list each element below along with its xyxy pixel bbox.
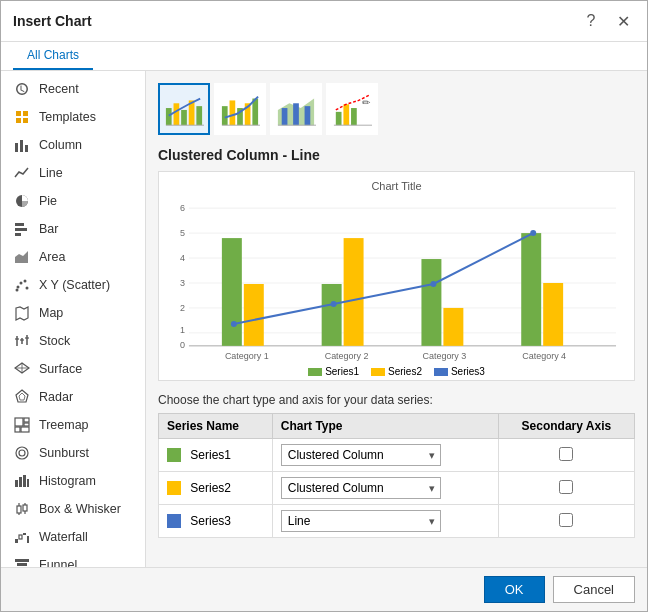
sidebar-label-radar: Radar xyxy=(39,390,73,404)
sidebar-label-pie: Pie xyxy=(39,194,57,208)
sidebar-item-recent[interactable]: Recent xyxy=(1,75,145,103)
waterfall-icon xyxy=(13,528,31,546)
svg-rect-69 xyxy=(293,103,299,125)
chart-type-btn-combo4[interactable]: ✏ xyxy=(326,83,378,135)
svg-rect-1 xyxy=(23,111,28,116)
histogram-icon xyxy=(13,472,31,490)
svg-point-33 xyxy=(19,450,25,456)
svg-point-99 xyxy=(231,321,237,327)
ok-button[interactable]: OK xyxy=(484,576,545,603)
svg-point-16 xyxy=(16,289,19,292)
line-icon xyxy=(13,164,31,182)
series1-secondary-axis-checkbox[interactable] xyxy=(559,447,573,461)
legend-color-series3 xyxy=(434,368,448,376)
svg-point-12 xyxy=(17,286,20,289)
series2-chart-type-cell: Clustered Column Line Stacked Column xyxy=(272,472,498,505)
chart-legend: Series1 Series2 Series3 xyxy=(167,366,626,377)
sidebar-item-templates[interactable]: Templates xyxy=(1,103,145,131)
series1-chart-type-cell: Clustered Column Line Stacked Column xyxy=(272,439,498,472)
sidebar-item-area[interactable]: Area xyxy=(1,243,145,271)
series3-dropdown-wrapper: Clustered Column Line Stacked Column xyxy=(281,510,441,532)
series3-color xyxy=(167,514,181,528)
svg-rect-31 xyxy=(15,427,20,432)
svg-point-101 xyxy=(430,281,436,287)
scatter-icon xyxy=(13,276,31,294)
svg-text:3: 3 xyxy=(180,278,185,288)
svg-rect-6 xyxy=(25,145,28,152)
legend-label-series3: Series3 xyxy=(451,366,485,377)
col-header-chart-type: Chart Type xyxy=(272,414,498,439)
main-panel: ✏ Clustered Column - Line Chart Title 6 … xyxy=(146,71,647,567)
tab-all-charts[interactable]: All Charts xyxy=(13,42,93,70)
sidebar-item-xy-scatter[interactable]: X Y (Scatter) xyxy=(1,271,145,299)
svg-rect-59 xyxy=(196,106,202,125)
series-config-label: Choose the chart type and axis for your … xyxy=(158,393,635,407)
cancel-button[interactable]: Cancel xyxy=(553,576,635,603)
svg-rect-37 xyxy=(23,475,26,487)
legend-label-series2: Series2 xyxy=(388,366,422,377)
series3-chart-type-dropdown[interactable]: Clustered Column Line Stacked Column xyxy=(281,510,441,532)
svg-text:0: 0 xyxy=(180,340,185,350)
col-header-series-name: Series Name xyxy=(159,414,273,439)
svg-text:Category 2: Category 2 xyxy=(325,351,369,361)
sidebar-item-surface[interactable]: Surface xyxy=(1,355,145,383)
svg-text:6: 6 xyxy=(180,203,185,213)
series2-color xyxy=(167,481,181,495)
sidebar-item-column[interactable]: Column xyxy=(1,131,145,159)
svg-rect-45 xyxy=(15,539,18,543)
legend-color-series2 xyxy=(371,368,385,376)
svg-rect-4 xyxy=(15,143,18,152)
series-table: Series Name Chart Type Secondary Axis Se… xyxy=(158,413,635,538)
sidebar-item-radar[interactable]: Radar xyxy=(1,383,145,411)
svg-point-13 xyxy=(20,282,23,285)
chart-type-btn-combo2[interactable] xyxy=(214,83,266,135)
sidebar-item-sunburst[interactable]: Sunburst xyxy=(1,439,145,467)
svg-rect-39 xyxy=(17,506,21,513)
sidebar-item-waterfall[interactable]: Waterfall xyxy=(1,523,145,551)
svg-point-34 xyxy=(16,447,28,459)
svg-rect-73 xyxy=(343,104,349,125)
chart-type-icons: ✏ xyxy=(158,83,635,135)
sidebar-item-histogram[interactable]: Histogram xyxy=(1,467,145,495)
sidebar-item-funnel[interactable]: Funnel xyxy=(1,551,145,567)
series1-name-cell: Series1 xyxy=(159,439,273,472)
sidebar-item-pie[interactable]: Pie xyxy=(1,187,145,215)
chart-type-btn-combo3[interactable] xyxy=(270,83,322,135)
svg-rect-35 xyxy=(15,480,18,487)
svg-rect-72 xyxy=(336,112,342,125)
area-icon xyxy=(13,248,31,266)
svg-point-102 xyxy=(530,230,536,236)
svg-text:Category 3: Category 3 xyxy=(422,351,466,361)
series1-chart-type-dropdown[interactable]: Clustered Column Line Stacked Column xyxy=(281,444,441,466)
sidebar-item-treemap[interactable]: Treemap xyxy=(1,411,145,439)
series3-secondary-axis-cell xyxy=(498,505,634,538)
bar-icon xyxy=(13,220,31,238)
close-button[interactable]: ✕ xyxy=(611,9,635,33)
svg-rect-10 xyxy=(15,233,21,236)
series3-name: Series3 xyxy=(190,514,231,528)
svg-rect-3 xyxy=(23,118,28,123)
help-button[interactable]: ? xyxy=(579,9,603,33)
sidebar-item-map[interactable]: Map xyxy=(1,299,145,327)
svg-rect-68 xyxy=(282,108,288,125)
sidebar-item-box-whisker[interactable]: Box & Whisker xyxy=(1,495,145,523)
sidebar-label-funnel: Funnel xyxy=(39,558,77,567)
svg-point-15 xyxy=(26,287,29,290)
legend-label-series1: Series1 xyxy=(325,366,359,377)
series3-secondary-axis-checkbox[interactable] xyxy=(559,513,573,527)
sidebar-item-bar[interactable]: Bar xyxy=(1,215,145,243)
series2-chart-type-dropdown[interactable]: Clustered Column Line Stacked Column xyxy=(281,477,441,499)
sidebar-item-line[interactable]: Line xyxy=(1,159,145,187)
svg-rect-55 xyxy=(166,108,172,125)
legend-color-series1 xyxy=(308,368,322,376)
sidebar-label-line: Line xyxy=(39,166,63,180)
legend-item-series1: Series1 xyxy=(308,366,359,377)
svg-text:✏: ✏ xyxy=(362,97,371,108)
chart-type-btn-combo1[interactable] xyxy=(158,83,210,135)
series2-name: Series2 xyxy=(190,481,231,495)
series2-secondary-axis-checkbox[interactable] xyxy=(559,480,573,494)
svg-rect-62 xyxy=(230,100,236,125)
series1-secondary-axis-cell xyxy=(498,439,634,472)
svg-rect-92 xyxy=(244,284,264,346)
sidebar-item-stock[interactable]: Stock xyxy=(1,327,145,355)
